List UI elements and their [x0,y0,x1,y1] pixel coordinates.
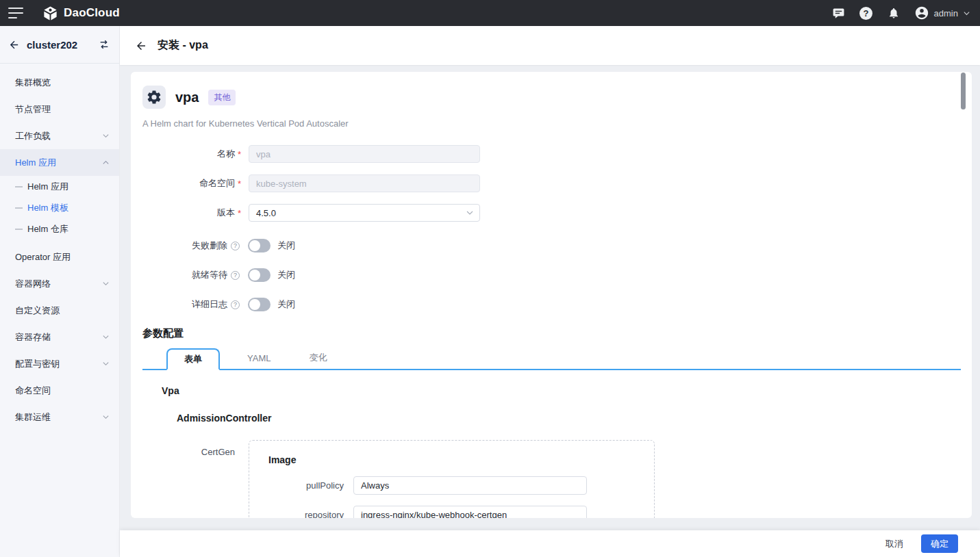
failed-delete-toggle[interactable] [248,239,271,252]
pullpolicy-input[interactable] [353,476,587,495]
app-gear-icon [142,86,166,109]
tree-group-title: AdmissionController [177,413,972,424]
required-asterisk: * [238,208,243,218]
chevron-down-icon [102,413,110,421]
tab-form[interactable]: 表单 [166,348,220,370]
help-tooltip-icon[interactable]: ? [231,271,240,280]
version-select[interactable]: 4.5.0 [249,204,480,222]
tree-root-title: Vpa [162,385,972,396]
notifications-bell-icon[interactable] [887,6,901,20]
chevron-down-icon [102,132,110,140]
sidebar-item-helm-apps[interactable]: Helm 应用 [0,149,119,176]
sidebar-item-workloads[interactable]: 工作负载 [0,122,119,149]
repository-input[interactable] [353,506,587,518]
page-header: 安装 - vpa [120,26,980,65]
footer-actions: 取消 确定 [120,530,980,557]
brand-name: DaoCloud [64,6,120,20]
topbar: DaoCloud ? admin [0,0,980,26]
required-asterisk: * [238,179,243,189]
daocloud-logo[interactable]: DaoCloud [42,5,120,21]
tab-yaml[interactable]: YAML [228,347,290,369]
category-badge: 其他 [208,90,236,105]
params-section-title: 参数配置 [142,327,972,340]
username: admin [934,8,958,18]
sidebar-item-container-storage[interactable]: 容器存储 [0,324,119,350]
toggle-state: 关闭 [277,298,295,311]
namespace-input[interactable] [249,174,480,192]
menu-toggle-icon[interactable] [8,8,23,18]
daocloud-cube-icon [42,5,58,21]
verbose-log-label: 详细日志 [192,298,227,311]
page-title: 安装 - vpa [158,38,208,53]
sidebar-subitem-helm-apps[interactable]: Helm 应用 [0,176,119,197]
sidebar-subitem-helm-repos[interactable]: Helm 仓库 [0,218,119,239]
chat-icon[interactable] [832,6,846,20]
cluster-back-icon[interactable] [8,39,20,51]
sidebar-item-cluster-overview[interactable]: 集群概览 [0,69,119,96]
install-card: vpa 其他 A Helm chart for Kubernetes Verti… [131,72,972,518]
sidebar-item-operator-apps[interactable]: Operator 应用 [0,244,119,270]
cluster-name: cluster202 [27,39,92,51]
sidebar-item-node-management[interactable]: 节点管理 [0,96,119,122]
toggle-state: 关闭 [277,239,295,252]
sidebar-item-custom-resources[interactable]: 自定义资源 [0,297,119,324]
chevron-down-icon [102,333,110,341]
scrollbar-thumb[interactable] [961,73,966,109]
ready-wait-label: 就绪等待 [192,269,227,281]
sidebar-subitem-helm-templates[interactable]: Helm 模板 [0,197,119,218]
verbose-log-toggle[interactable] [248,298,271,311]
chevron-down-icon [102,280,110,287]
toggle-state: 关闭 [277,269,295,281]
chevron-down-icon [963,10,970,17]
chevron-down-icon [102,360,110,367]
params-tabbar: 表单 YAML 变化 [142,347,961,370]
help-tooltip-icon[interactable]: ? [231,242,240,250]
tree-subgroup-label: CertGen [177,447,235,518]
repository-label: repository [268,510,344,518]
failed-delete-label: 失败删除 [192,239,227,252]
sidebar-item-config-secrets[interactable]: 配置与密钥 [0,350,119,377]
name-label: 名称 [142,148,235,160]
cancel-button[interactable]: 取消 [885,538,903,550]
content-area: vpa 其他 A Helm chart for Kubernetes Verti… [120,65,980,530]
chevron-down-icon [466,209,474,217]
pullpolicy-label: pullPolicy [268,480,344,491]
sidebar-item-container-network[interactable]: 容器网络 [0,270,119,297]
tab-diff[interactable]: 变化 [290,347,346,369]
sidebar-item-cluster-ops[interactable]: 集群运维 [0,404,119,430]
avatar [914,5,929,21]
ready-wait-toggle[interactable] [248,268,271,282]
switch-cluster-icon[interactable] [99,39,110,50]
app-name: vpa [175,90,199,105]
sidebar-nav: 集群概览 节点管理 工作负载 Helm 应用 Helm 应用 Helm 模板 [0,64,119,430]
name-input[interactable] [249,145,480,163]
help-tooltip-icon[interactable]: ? [231,300,240,309]
help-icon[interactable]: ? [859,6,873,20]
user-menu[interactable]: admin [914,5,970,21]
certgen-panel: Image pullPolicy repository [249,440,655,518]
sidebar: cluster202 集群概览 节点管理 工作负载 Helm 应用 [0,26,120,557]
chevron-up-icon [102,159,110,166]
version-label: 版本 [142,207,235,219]
panel-title: Image [268,454,654,465]
app-description: A Helm chart for Kubernetes Vertical Pod… [142,118,972,129]
back-icon[interactable] [135,40,147,52]
namespace-label: 命名空间 [142,177,235,190]
required-asterisk: * [238,149,243,159]
confirm-button[interactable]: 确定 [921,534,958,553]
sidebar-item-namespaces[interactable]: 命名空间 [0,377,119,404]
